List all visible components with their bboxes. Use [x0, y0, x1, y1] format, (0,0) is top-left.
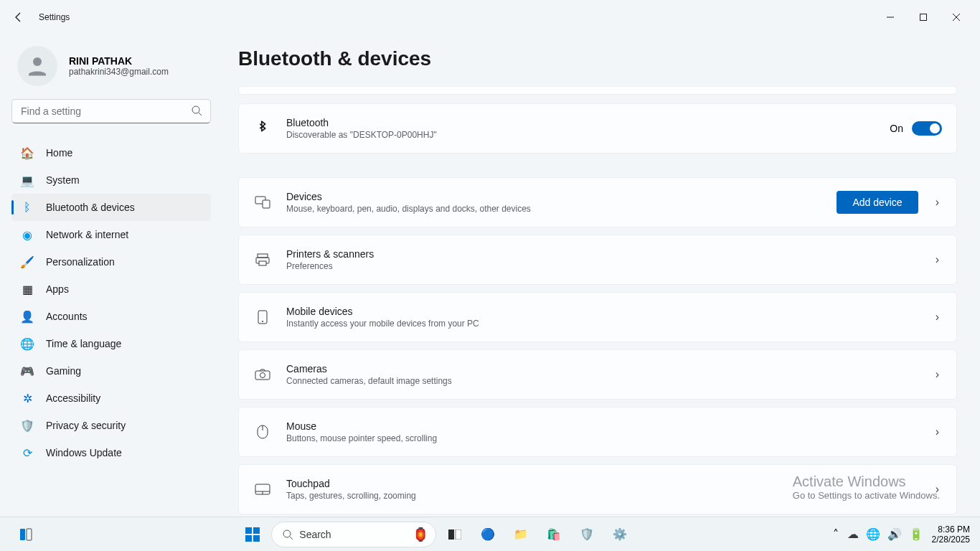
devices-description: Mouse, keyboard, pen, audio, displays an…	[286, 204, 822, 214]
gamepad-icon: 🎮	[20, 364, 34, 378]
sidebar-item-windows-update[interactable]: ⟳Windows Update	[11, 439, 211, 466]
window-title: Settings	[39, 12, 70, 22]
network-icon: 🌐	[866, 527, 880, 541]
arrow-left-icon	[13, 11, 24, 23]
taskbar-app-settings[interactable]: ⚙️	[606, 520, 634, 549]
cameras-card: Cameras Connected cameras, default image…	[238, 349, 957, 400]
taskbar-app-security[interactable]: 🛡️	[573, 520, 601, 549]
bluetooth-description: Discoverable as "DESKTOP-0P00HHJ"	[286, 130, 875, 140]
user-email: pathakrini343@gmail.com	[69, 67, 169, 77]
sidebar-item-time-language[interactable]: 🌐Time & language	[11, 330, 211, 357]
home-icon: 🏠	[20, 146, 34, 160]
svg-rect-0	[920, 14, 927, 21]
mobile-devices-card: Mobile devices Instantly access your mob…	[238, 292, 957, 342]
sidebar-item-label: Windows Update	[46, 447, 122, 458]
mouse-row[interactable]: Mouse Buttons, mouse pointer speed, scro…	[239, 408, 956, 456]
volume-icon: 🔊	[887, 527, 902, 541]
accounts-icon: 👤	[20, 309, 34, 324]
chevron-right-icon: ›	[933, 196, 942, 209]
clock-time: 8:36 PM	[932, 524, 970, 534]
taskbar-app-edge[interactable]: 🔵	[473, 520, 502, 549]
sidebar-item-label: Gaming	[46, 365, 81, 377]
svg-point-11	[260, 373, 265, 378]
widgets-button[interactable]	[11, 520, 40, 549]
row-description: Preferences	[286, 261, 918, 271]
minimize-button[interactable]	[874, 6, 907, 29]
sidebar-item-label: Accessibility	[46, 392, 100, 404]
sidebar-item-gaming[interactable]: 🎮Gaming	[11, 357, 211, 385]
window-controls	[874, 6, 973, 29]
maximize-button[interactable]	[907, 6, 940, 29]
sidebar-item-label: Home	[46, 147, 72, 159]
sidebar-item-label: Apps	[46, 283, 69, 295]
svg-rect-10	[255, 371, 270, 380]
devices-title: Devices	[286, 191, 822, 202]
shield-icon: 🛡️	[20, 418, 34, 433]
sidebar-item-home[interactable]: 🏠Home	[11, 139, 211, 166]
chevron-right-icon: ›	[933, 425, 942, 438]
scroll-peek	[238, 86, 957, 95]
back-button[interactable]	[7, 6, 30, 29]
devices-card: Devices Mouse, keyboard, pen, audio, dis…	[238, 177, 957, 227]
start-button[interactable]	[238, 520, 267, 549]
sidebar-item-label: Privacy & security	[46, 420, 126, 431]
sidebar-item-personalization[interactable]: 🖌️Personalization	[11, 248, 211, 276]
sidebar-item-accessibility[interactable]: ✲Accessibility	[11, 385, 211, 412]
sidebar-item-label: System	[46, 174, 80, 186]
phone-icon	[253, 310, 272, 324]
close-button[interactable]	[940, 6, 973, 29]
bluetooth-title: Bluetooth	[286, 117, 875, 128]
search-icon	[191, 105, 202, 119]
printers-scanners-card: Printers & scanners Preferences ›	[238, 235, 957, 285]
search-icon	[282, 529, 293, 540]
sidebar-item-label: Bluetooth & devices	[46, 202, 135, 213]
svg-rect-5	[258, 254, 268, 258]
tray-overflow[interactable]: ˄	[833, 527, 839, 541]
chevron-right-icon: ›	[933, 483, 942, 496]
chevron-right-icon: ›	[933, 311, 942, 324]
system-tray[interactable]: ☁ 🌐 🔊 🔋	[847, 527, 923, 541]
apps-icon: ▦	[20, 282, 34, 296]
taskbar-search[interactable]: Search 🏮	[271, 522, 436, 547]
devices-row[interactable]: Devices Mouse, keyboard, pen, audio, dis…	[239, 178, 956, 227]
bluetooth-toggle[interactable]	[912, 121, 942, 136]
onedrive-icon: ☁	[847, 527, 859, 541]
sidebar-item-bluetooth-devices[interactable]: ᛒBluetooth & devices	[11, 194, 211, 221]
taskbar-search-placeholder: Search	[299, 529, 331, 540]
sidebar-item-privacy-security[interactable]: 🛡️Privacy & security	[11, 412, 211, 439]
touchpad-icon	[253, 484, 272, 495]
profile-block[interactable]: RINI PATHAK pathakrini343@gmail.com	[17, 46, 211, 86]
svg-rect-18	[27, 529, 32, 540]
cameras-row[interactable]: Cameras Connected cameras, default image…	[239, 350, 956, 399]
sidebar-item-label: Time & language	[46, 338, 121, 349]
svg-rect-17	[20, 529, 25, 540]
person-icon	[24, 53, 50, 79]
update-icon: ⟳	[20, 446, 34, 460]
bluetooth-icon	[253, 121, 272, 136]
sidebar-item-system[interactable]: 💻System	[11, 166, 211, 194]
taskbar-app-explorer[interactable]: 📁	[507, 520, 535, 549]
titlebar: Settings	[0, 0, 980, 34]
bluetooth-icon: ᛒ	[20, 200, 34, 215]
touchpad-row[interactable]: Touchpad Taps, gestures, scrolling, zoom…	[239, 465, 956, 514]
sidebar-item-apps[interactable]: ▦Apps	[11, 276, 211, 303]
sidebar-item-label: Network & internet	[46, 229, 128, 240]
search-input[interactable]	[11, 99, 211, 123]
touchpad-card: Touchpad Taps, gestures, scrolling, zoom…	[238, 464, 957, 514]
row-title: Mouse	[286, 420, 918, 432]
row-title: Mobile devices	[286, 306, 918, 317]
search-field	[11, 99, 211, 123]
brush-icon: 🖌️	[20, 255, 34, 269]
sidebar-item-accounts[interactable]: 👤Accounts	[11, 303, 211, 330]
system-icon: 💻	[20, 173, 34, 187]
printers-scanners-row[interactable]: Printers & scanners Preferences ›	[239, 235, 956, 284]
task-view-button[interactable]	[440, 520, 469, 549]
mouse-icon	[253, 425, 272, 439]
sidebar-item-network[interactable]: ◉Network & internet	[11, 221, 211, 248]
taskbar-clock[interactable]: 8:36 PM 2/28/2025	[932, 524, 970, 545]
mobile-devices-row[interactable]: Mobile devices Instantly access your mob…	[239, 293, 956, 342]
add-device-button[interactable]: Add device	[837, 191, 918, 214]
svg-rect-7	[259, 261, 266, 265]
taskbar-app-store[interactable]: 🛍️	[540, 520, 568, 549]
avatar	[17, 46, 57, 86]
